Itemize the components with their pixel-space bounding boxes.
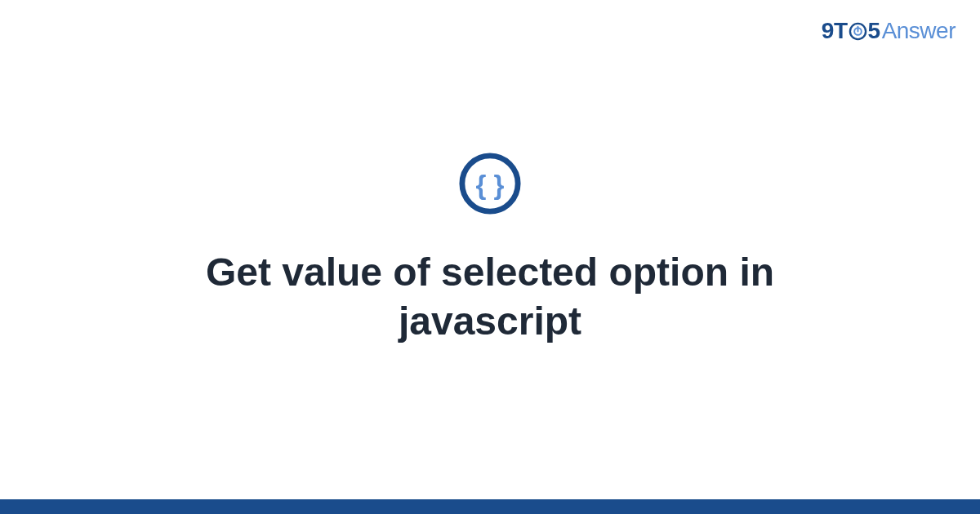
footer-bar: [0, 499, 980, 514]
page-title: Get value of selected option in javascri…: [122, 248, 858, 346]
code-braces-icon: { }: [458, 152, 522, 215]
svg-text:{ }: { }: [475, 170, 504, 200]
main-content: { } Get value of selected option in java…: [0, 0, 980, 514]
